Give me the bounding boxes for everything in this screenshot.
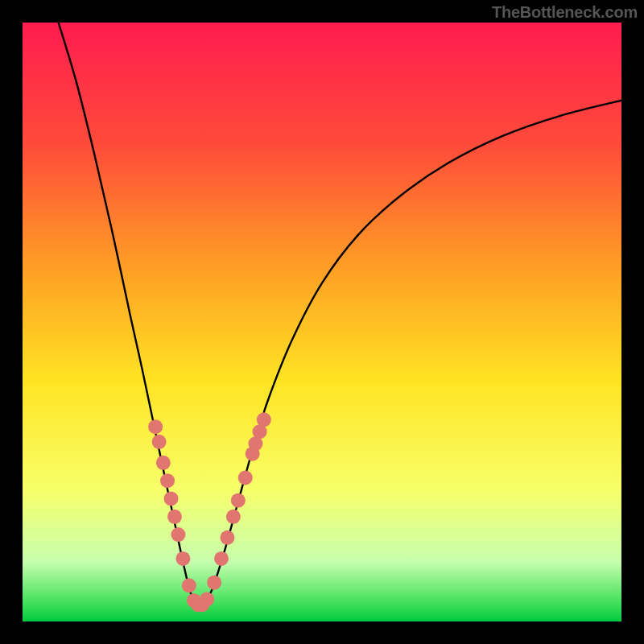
data-marker [238,470,253,485]
data-marker [167,510,182,524]
chart-background [23,23,621,621]
data-marker [226,510,241,524]
data-marker [182,578,196,592]
watermark-text: TheBottleneck.com [492,3,638,22]
data-marker [148,419,163,434]
data-marker [160,473,175,488]
data-marker [175,551,190,566]
data-marker [214,551,229,566]
data-marker [171,527,185,542]
chart-svg [23,23,621,621]
data-marker [207,576,221,590]
data-marker [164,491,179,506]
plot-area [23,23,621,621]
data-marker [200,592,214,606]
data-marker [257,412,271,427]
data-marker [220,530,234,545]
data-marker [152,435,167,449]
data-marker [156,456,171,470]
data-marker [231,493,246,508]
